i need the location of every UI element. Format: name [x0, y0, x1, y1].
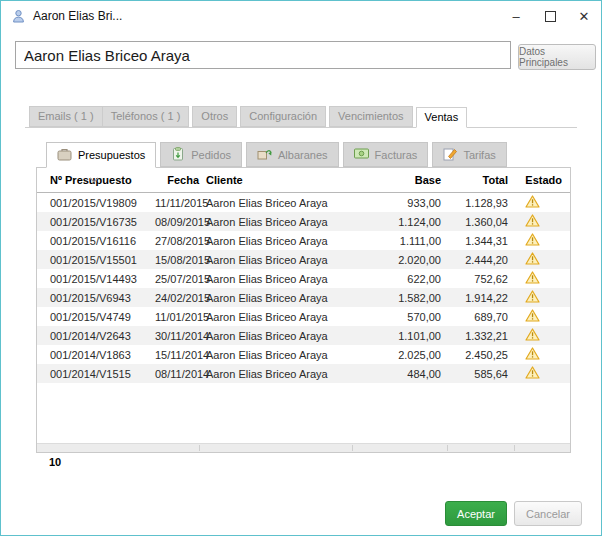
column-header-base[interactable]: Base — [346, 174, 441, 186]
cell-total: 1.128,93 — [441, 197, 508, 209]
cell-numero: 001/2015/V4749 — [37, 311, 155, 323]
datos-principales-button[interactable]: Datos Principales — [518, 44, 596, 70]
maximize-button[interactable] — [533, 1, 567, 31]
cell-total: 1.914,22 — [441, 292, 508, 304]
cell-total: 689,70 — [441, 311, 508, 323]
maximize-icon — [545, 11, 556, 22]
cell-total: 1.344,31 — [441, 235, 508, 247]
cell-numero: 001/2015/V16116 — [37, 235, 155, 247]
cell-fecha: 27/08/2015 — [155, 235, 199, 247]
warning-icon — [525, 366, 540, 381]
tab-configuracion[interactable]: Configuración — [240, 106, 326, 127]
warning-icon — [525, 309, 540, 324]
table-row[interactable]: 001/2015/V19809 11/11/2015 Aaron Elias B… — [37, 193, 570, 212]
cell-numero: 001/2015/V16735 — [37, 216, 155, 228]
column-header-total[interactable]: Total — [441, 174, 508, 186]
table-row[interactable]: 001/2015/V6943 24/02/2015 Aaron Elias Br… — [37, 288, 570, 307]
person-icon — [11, 9, 26, 24]
subtab-albaranes[interactable]: Albaranes — [246, 142, 339, 167]
warning-icon — [525, 271, 540, 286]
table-row[interactable]: 001/2014/V1863 15/11/2014 Aaron Elias Br… — [37, 345, 570, 364]
dialog-buttons: Aceptar Cancelar — [445, 501, 582, 526]
table-row[interactable]: 001/2015/V14493 25/07/2015 Aaron Elias B… — [37, 269, 570, 288]
cell-total: 752,62 — [441, 273, 508, 285]
minimize-button[interactable]: – — [499, 1, 533, 31]
subtab-label: Presupuestos — [78, 149, 145, 161]
cell-numero: 001/2015/V19809 — [37, 197, 155, 209]
subtab-facturas[interactable]: Facturas — [343, 142, 429, 167]
warning-icon — [525, 214, 540, 229]
cell-numero: 001/2014/V2643 — [37, 330, 155, 342]
window-title: Aaron Elias Bri... — [33, 9, 122, 23]
subtab-label: Tarifas — [463, 149, 495, 161]
cell-cliente: Aaron Elias Briceo Araya — [199, 368, 346, 380]
window-controls: – ✕ — [499, 1, 601, 31]
cell-fecha: 15/11/2014 — [155, 349, 199, 361]
cell-base: 933,00 — [346, 197, 441, 209]
table-row[interactable]: 001/2014/V1515 08/11/2014 Aaron Elias Br… — [37, 364, 570, 383]
cell-fecha: 30/11/2014 — [155, 330, 199, 342]
cell-cliente: Aaron Elias Briceo Araya — [199, 292, 346, 304]
delivery-note-icon — [257, 147, 272, 162]
table-row[interactable]: 001/2015/V16116 27/08/2015 Aaron Elias B… — [37, 231, 570, 250]
chevron-down-icon[interactable] — [89, 169, 99, 187]
tab-emails[interactable]: Emails ( 1 ) — [29, 106, 102, 127]
cell-estado — [508, 290, 570, 305]
cell-base: 2.020,00 — [346, 254, 441, 266]
tab-vencimientos[interactable]: Vencimientos — [329, 106, 412, 127]
column-header-estado[interactable]: Estado — [508, 174, 570, 186]
cancelar-button[interactable]: Cancelar — [514, 501, 582, 526]
cell-cliente: Aaron Elias Briceo Araya — [199, 216, 346, 228]
cell-base: 484,00 — [346, 368, 441, 380]
cell-numero: 001/2014/V1863 — [37, 349, 155, 361]
presupuestos-grid: Nº Presupuesto Fecha Cliente Base Total … — [36, 167, 571, 453]
cell-estado — [508, 233, 570, 248]
cell-cliente: Aaron Elias Briceo Araya — [199, 254, 346, 266]
cell-base: 2.025,00 — [346, 349, 441, 361]
cell-numero: 001/2015/V6943 — [37, 292, 155, 304]
briefcase-icon — [57, 148, 72, 163]
cell-fecha: 11/01/2015 — [155, 311, 199, 323]
cell-cliente: Aaron Elias Briceo Araya — [199, 349, 346, 361]
cell-numero: 001/2015/V14493 — [37, 273, 155, 285]
ventas-subtabs: Presupuestos Pedidos Albaranes — [46, 142, 511, 167]
cell-base: 622,00 — [346, 273, 441, 285]
package-icon — [171, 147, 185, 163]
tab-otros[interactable]: Otros — [192, 106, 237, 127]
client-name-input[interactable] — [15, 41, 511, 69]
cell-cliente: Aaron Elias Briceo Araya — [199, 311, 346, 323]
cell-estado — [508, 328, 570, 343]
cell-fecha: 08/11/2014 — [155, 368, 199, 380]
subtab-tarifas[interactable]: Tarifas — [432, 142, 506, 167]
column-header-fecha[interactable]: Fecha — [155, 174, 199, 186]
grid-header-row: Nº Presupuesto Fecha Cliente Base Total … — [37, 168, 570, 193]
cell-base: 1.124,00 — [346, 216, 441, 228]
cell-cliente: Aaron Elias Briceo Araya — [199, 273, 346, 285]
subtab-presupuestos[interactable]: Presupuestos — [46, 142, 156, 168]
subtab-pedidos[interactable]: Pedidos — [160, 142, 242, 167]
subtab-label: Facturas — [375, 149, 418, 161]
table-body: 001/2015/V19809 11/11/2015 Aaron Elias B… — [37, 193, 570, 383]
cell-estado — [508, 271, 570, 286]
table-row[interactable]: 001/2015/V15501 15/08/2015 Aaron Elias B… — [37, 250, 570, 269]
column-header-cliente[interactable]: Cliente — [199, 174, 346, 186]
cell-total: 585,64 — [441, 368, 508, 380]
table-row[interactable]: 001/2015/V16735 08/09/2015 Aaron Elias B… — [37, 212, 570, 231]
close-button[interactable]: ✕ — [567, 1, 601, 31]
cell-total: 1.360,04 — [441, 216, 508, 228]
cell-fecha: 11/11/2015 — [155, 197, 199, 209]
cell-cliente: Aaron Elias Briceo Araya — [199, 235, 346, 247]
tab-ventas[interactable]: Ventas — [416, 107, 468, 128]
aceptar-button[interactable]: Aceptar — [445, 501, 507, 526]
cell-estado — [508, 309, 570, 324]
subtab-label: Pedidos — [191, 149, 231, 161]
cell-total: 2.444,20 — [441, 254, 508, 266]
table-row[interactable]: 001/2014/V2643 30/11/2014 Aaron Elias Br… — [37, 326, 570, 345]
cell-fecha: 15/08/2015 — [155, 254, 199, 266]
warning-icon — [525, 233, 540, 248]
table-row[interactable]: 001/2015/V4749 11/01/2015 Aaron Elias Br… — [37, 307, 570, 326]
cell-base: 570,00 — [346, 311, 441, 323]
tab-telefonos[interactable]: Teléfonos ( 1 ) — [102, 106, 190, 127]
cell-numero: 001/2014/V1515 — [37, 368, 155, 380]
cell-estado — [508, 214, 570, 229]
